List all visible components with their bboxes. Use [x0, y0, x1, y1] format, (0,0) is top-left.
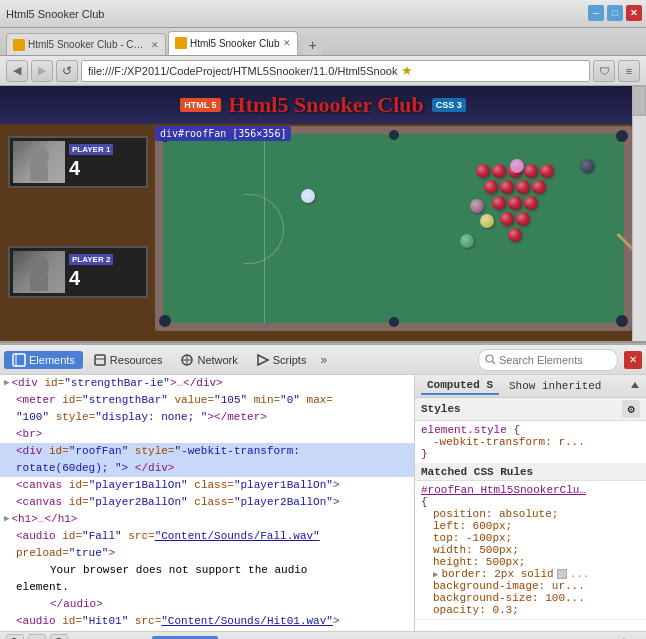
code-line-14[interactable]: </audio>: [0, 596, 414, 613]
pocket-tm: [389, 130, 399, 140]
matched-rule-open: {: [421, 496, 640, 508]
tab-2-label: Html5 Snooker Club: [190, 38, 279, 49]
toggle-arrow-1[interactable]: ▶: [4, 376, 9, 391]
element-style-close: }: [421, 448, 640, 460]
devtools-toolbar: Elements Resources Network Scripts: [0, 345, 646, 375]
console-button[interactable]: [28, 634, 46, 640]
svg-marker-7: [258, 355, 268, 365]
code-line-8[interactable]: <canvas id="player2BallOn" class="player…: [0, 494, 414, 511]
matched-rule-line-9: opacity: 0.3;: [421, 604, 640, 616]
toggle-arrow-9[interactable]: ▶: [4, 512, 9, 527]
matched-selector[interactable]: #roofFan Html5SnookerClu…: [421, 484, 640, 496]
settings-icon[interactable]: ≡: [618, 60, 640, 82]
styles-title: Styles: [421, 403, 461, 415]
cue-ball: [301, 189, 315, 203]
scrollbar-thumb[interactable]: [633, 86, 646, 116]
player1-avatar: [13, 141, 65, 183]
html-panel[interactable]: ▶ <div id="strengthBar-ie">…</div> <mete…: [0, 375, 415, 631]
devtools-close-button[interactable]: ✕: [624, 351, 642, 369]
show-inherited-tab[interactable]: Show inherited: [503, 378, 607, 394]
border-toggle[interactable]: ▶: [433, 569, 438, 580]
search-box[interactable]: [478, 349, 618, 371]
tab-scripts[interactable]: Scripts: [248, 351, 315, 369]
scripts-icon: [256, 353, 270, 367]
reload-button[interactable]: ↺: [56, 60, 78, 82]
table-felt: [163, 134, 624, 323]
tab-2-close[interactable]: ✕: [283, 38, 291, 48]
code-line-4[interactable]: <br>: [0, 426, 414, 443]
shield-icon[interactable]: 🛡: [593, 60, 615, 82]
search-button[interactable]: [50, 634, 68, 640]
tab-1[interactable]: Html5 Snooker Club - Cod… ✕: [6, 33, 166, 55]
styles-gear-button[interactable]: ⚙: [622, 400, 640, 418]
back-button[interactable]: ◀: [6, 60, 28, 82]
matched-rule-line-5: height: 500px;: [421, 556, 640, 568]
tab-2[interactable]: Html5 Snooker Club ✕: [168, 31, 298, 55]
matched-rule-line-7: background-image: ur...: [421, 580, 640, 592]
red-ball: [492, 164, 506, 178]
code-line-2[interactable]: <meter id="strengthBar" value="105" min=…: [0, 392, 414, 409]
resources-icon: [93, 353, 107, 367]
window-controls: ─ □ ✕: [588, 5, 642, 21]
close-button[interactable]: ✕: [626, 5, 642, 21]
url-text: file:///F:/XP2011/CodeProject/HTML5Snook…: [88, 65, 397, 77]
pocket-bl: [159, 315, 171, 327]
viewport-scrollbar[interactable]: [632, 86, 646, 341]
code-line-10[interactable]: <audio id="Fall" src="Content/Sounds/Fal…: [0, 528, 414, 545]
devtools-content: ▶ <div id="strengthBar-ie">…</div> <mete…: [0, 375, 646, 631]
matched-rule-line-1: position: absolute;: [421, 508, 640, 520]
titlebar: Html5 Snooker Club ─ □ ✕: [0, 0, 646, 28]
code-line-3[interactable]: "100" style="display: none; "></meter>: [0, 409, 414, 426]
pocket-br: [616, 315, 628, 327]
more-tabs-button[interactable]: »: [316, 351, 331, 369]
red-ball: [500, 180, 514, 194]
devtools: Elements Resources Network Scripts: [0, 343, 646, 639]
red-ball: [524, 164, 538, 178]
tab-1-label: Html5 Snooker Club - Cod…: [28, 39, 147, 50]
red-ball: [532, 180, 546, 194]
code-line-11[interactable]: preload="true">: [0, 545, 414, 562]
computed-tab[interactable]: Computed S: [421, 377, 499, 395]
forward-button[interactable]: ▶: [31, 60, 53, 82]
styles-header: Styles ⚙: [415, 398, 646, 421]
minimize-button[interactable]: ─: [588, 5, 604, 21]
player1-score: 4: [69, 157, 113, 180]
code-line-9[interactable]: ▶ <h1>…</h1>: [0, 511, 414, 528]
search-input[interactable]: [499, 354, 611, 366]
tab-resources-label: Resources: [110, 354, 163, 366]
svg-rect-0: [13, 354, 25, 366]
breadcrumb-active[interactable]: div#roofFan: [152, 636, 218, 640]
breadcrumb-body[interactable]: body: [110, 636, 140, 640]
player2-score: 4: [69, 267, 113, 290]
star-icon[interactable]: ★: [401, 63, 413, 78]
red-ball: [500, 212, 514, 226]
code-line-7[interactable]: <canvas id="player1BallOn" class="player…: [0, 477, 414, 494]
code-line-6[interactable]: rotate(60deg); "> </div>: [0, 460, 414, 477]
code-line-12[interactable]: Your browser does not support the audio: [0, 562, 414, 579]
code-line-15[interactable]: <audio id="Hit01" src="Content/Sounds/Hi…: [0, 613, 414, 630]
tab-elements[interactable]: Elements: [4, 351, 83, 369]
code-line-1[interactable]: ▶ <div id="strengthBar-ie">…</div>: [0, 375, 414, 392]
pocket-tr: [616, 130, 628, 142]
tab-network[interactable]: Network: [172, 351, 245, 369]
black-ball: [580, 159, 594, 173]
url-display[interactable]: file:///F:/XP2011/CodeProject/HTML5Snook…: [81, 60, 590, 82]
matched-rule-line-6: ▶ border: 2px solid ...: [421, 568, 640, 580]
svg-marker-10: [631, 382, 639, 388]
maximize-button[interactable]: □: [607, 5, 623, 21]
styles-panel: Computed S Show inherited Styles ⚙ eleme…: [415, 375, 646, 631]
inspect-button[interactable]: [6, 634, 24, 640]
devtools-statusbar: html › body › div#roofFan ⚠ 1: [0, 631, 646, 639]
tab-elements-label: Elements: [29, 354, 75, 366]
panel-scroll-up[interactable]: [630, 380, 640, 393]
code-line-13[interactable]: element.: [0, 579, 414, 596]
tab-resources[interactable]: Resources: [85, 351, 171, 369]
breadcrumb-html[interactable]: html: [72, 636, 99, 640]
matched-rule-line-8: background-size: 100...: [421, 592, 640, 604]
player2-label: PLAYER 2: [69, 254, 113, 265]
tab-1-close[interactable]: ✕: [151, 40, 159, 50]
new-tab-button[interactable]: +: [302, 35, 322, 55]
tab-bar: Html5 Snooker Club - Cod… ✕ Html5 Snooke…: [0, 28, 646, 56]
scroll-up-icon: [630, 380, 640, 390]
code-line-5[interactable]: <div id="roofFan" style="-webkit-transfo…: [0, 443, 414, 460]
